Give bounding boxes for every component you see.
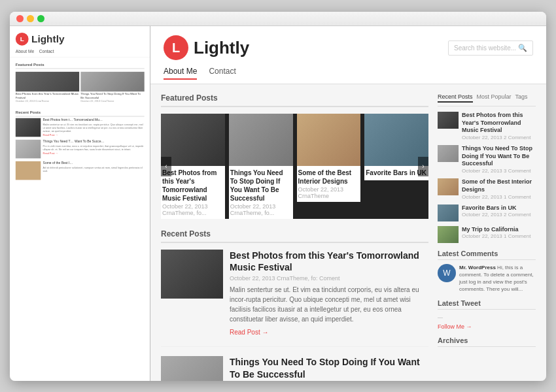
sidebar-post-item-5: My Trip to California October 22, 2013 1… xyxy=(438,226,536,243)
nav-contact[interactable]: Contact xyxy=(209,67,235,80)
preview-logo: L Lightly xyxy=(16,33,145,46)
preview-feat-img-1 xyxy=(16,72,79,91)
sidebar-tabs: Recent Posts Most Popular Tags xyxy=(438,93,536,106)
featured-section-title: Featured Posts xyxy=(161,93,428,107)
preview-inner: L Lightly About Me Contact Featured Post… xyxy=(10,26,150,186)
carousel-prev-button[interactable]: ‹ xyxy=(161,157,171,176)
sidebar-post-img-3 xyxy=(438,178,459,195)
recent-post-title-1[interactable]: Best Photos from this Year's Tomorrowlan… xyxy=(230,250,428,273)
sidebar-post-item-3: Some of the Best Interior Designs Octobe… xyxy=(438,178,536,199)
read-more-1[interactable]: Read Post → xyxy=(230,329,268,336)
sidebar-post-title-1[interactable]: Best Photos from this Year's Tomorrowlan… xyxy=(462,112,536,135)
window-controls xyxy=(16,15,44,22)
follow-me-link[interactable]: Follow Me → xyxy=(438,323,536,330)
preview-nav-about[interactable]: About Me xyxy=(16,49,34,54)
recent-post-content-1: Best Photos from this Year's Tomorrowlan… xyxy=(230,250,428,337)
preview-nav-contact[interactable]: Contact xyxy=(39,49,54,54)
preview-feat-item-1: Best Photos from this Year's Tomorrowlan… xyxy=(16,72,79,103)
close-button[interactable] xyxy=(16,15,24,22)
preview-read-more-1[interactable]: Read Post → xyxy=(43,134,145,137)
preview-recent-excerpt-2: Pro in vidit iriure evertitur, mea s. et… xyxy=(43,144,145,151)
preview-recent-item-1: Best Photos from t… Tomorrowland Mu… Mal… xyxy=(16,118,145,137)
sidebar-post-info-3: Some of the Best Interior Designs Octobe… xyxy=(462,178,536,199)
featured-item-meta-2: October 22, 2013 CrnaTheme, fo... xyxy=(230,203,292,216)
nav-about[interactable]: About Me xyxy=(164,67,197,80)
main-inner: L Lightly Search this website... 🔍 About… xyxy=(150,26,546,381)
preview-recent-item-2: Things You Need T… Want To Be Succe… Pro… xyxy=(16,140,145,159)
maximize-button[interactable] xyxy=(37,15,44,22)
recent-post-img-2 xyxy=(161,356,223,381)
preview-logo-text: Lightly xyxy=(31,33,64,45)
featured-item-info-3: Some of the Best Interior Designs Octobe… xyxy=(297,166,361,202)
content-area: Featured Posts ‹ Best Photos from this Y… xyxy=(150,84,546,381)
sidebar-post-info-4: Favorite Bars in UK October 22, 2013 2 C… xyxy=(462,204,536,221)
featured-item-info-2: Things You Need To Stop Doing If You Wan… xyxy=(229,166,293,219)
comment-avatar: W xyxy=(438,264,456,282)
sidebar-post-meta-5: October 22, 2013 1 Comment xyxy=(462,233,536,239)
preview-recent-title-1: Best Photos from t… Tomorrowland Mu… xyxy=(43,118,145,122)
preview-feat-meta-2: October 22, 2013 CrnaTheme xyxy=(80,100,144,103)
featured-item-title-3: Some of the Best Interior Designs xyxy=(298,169,360,186)
site-logo: L Lightly xyxy=(164,35,249,60)
sidebar-post-item-2: Things You Need To Stop Doing If You Wan… xyxy=(438,145,536,174)
site-header: L Lightly Search this website... 🔍 About… xyxy=(150,26,546,84)
search-icon[interactable]: 🔍 xyxy=(518,44,527,52)
sidebar-post-title-4[interactable]: Favorite Bars in UK xyxy=(462,204,536,212)
sidebar-post-title-5[interactable]: My Trip to California xyxy=(462,226,536,234)
featured-item-meta-1: October 22, 2013 CrnaTheme, fo... xyxy=(162,203,224,216)
comment-author: Mr. WordPress xyxy=(459,265,496,270)
recent-post-1: Best Photos from this Year's Tomorrowlan… xyxy=(161,250,428,347)
sidebar-post-meta-3: October 22, 2013 1 Comment xyxy=(462,194,536,200)
sidebar-post-item-4: Favorite Bars in UK October 22, 2013 2 C… xyxy=(438,204,536,221)
sidebar-tab-tags[interactable]: Tags xyxy=(515,93,528,103)
featured-img-3 xyxy=(297,114,361,166)
sidebar: Recent Posts Most Popular Tags Best Phot… xyxy=(438,93,536,381)
sidebar-tab-popular[interactable]: Most Popular xyxy=(477,93,512,103)
preview-recent-title-3: Some of the Best I… xyxy=(43,161,145,165)
preview-recent-excerpt-3: Ad sit delendi periculuner solutionet, n… xyxy=(43,166,145,172)
site-nav: About Me Contact xyxy=(164,67,533,84)
main-panel[interactable]: L Lightly Search this website... 🔍 About… xyxy=(150,26,546,381)
latest-comment: W Mr. WordPress Hi, this is a comment. T… xyxy=(438,264,536,293)
preview-nav: About Me Contact xyxy=(16,49,145,54)
site-header-top: L Lightly Search this website... 🔍 xyxy=(164,35,533,60)
latest-comments-title: Latest Comments xyxy=(438,250,536,260)
sidebar-post-info-1: Best Photos from this Year's Tomorrowlan… xyxy=(462,112,536,140)
preview-recent-excerpt-1: Malin sentertur se ut. Et vim ea tincidu… xyxy=(43,123,145,133)
recent-section-title: Recent Posts xyxy=(161,229,428,243)
preview-feat-text-2: Things You Need To Stop Doing If You Wan… xyxy=(80,91,144,100)
preview-feat-meta-1: October 22, 2013 CrnaTheme xyxy=(16,100,79,103)
recent-post-content-2: Things You Need To Stop Doing If You Wan… xyxy=(230,356,428,381)
preview-recent-title-2: Things You Need T… Want To Be Succe… xyxy=(43,140,145,144)
preview-recent-item-3: Some of the Best I… Ad sit delendi peric… xyxy=(16,161,145,180)
browser-window: L Lightly About Me Contact Featured Post… xyxy=(10,12,546,381)
carousel-next-button[interactable]: › xyxy=(418,157,428,176)
recent-post-title-2[interactable]: Things You Need To Stop Doing If You Wan… xyxy=(230,356,428,380)
recent-section: Recent Posts Best Photos from this Year'… xyxy=(161,229,428,381)
sidebar-post-img-2 xyxy=(438,145,459,162)
preview-feat-item-2: Things You Need To Stop Doing If You Wan… xyxy=(80,72,144,103)
featured-item-3: Some of the Best Interior Designs Octobe… xyxy=(297,114,361,219)
sidebar-post-title-3[interactable]: Some of the Best Interior Designs xyxy=(462,178,536,193)
browser-content: L Lightly About Me Contact Featured Post… xyxy=(10,26,546,381)
featured-item-meta-3: October 22, 2013 CrnaTheme xyxy=(298,186,360,199)
preview-read-more-2[interactable]: Read Post → xyxy=(43,152,145,155)
featured-item-title-1: Best Photos from this Year's Tomorrowlan… xyxy=(162,169,224,203)
sidebar-post-title-2[interactable]: Things You Need To Stop Doing If You Wan… xyxy=(462,145,536,168)
sidebar-post-info-5: My Trip to California October 22, 2013 1… xyxy=(462,226,536,243)
preview-recent-posts: Best Photos from t… Tomorrowland Mu… Mal… xyxy=(10,118,150,186)
archives-title: Archives xyxy=(438,336,536,347)
preview-feat-img-2 xyxy=(80,72,144,91)
recent-post-img-1 xyxy=(161,250,223,299)
recent-post-excerpt-1: Malin sentertur se ut. Et vim ea tincidu… xyxy=(230,285,428,324)
recent-post-2: Things You Need To Stop Doing If You Wan… xyxy=(161,356,428,381)
main-content: Featured Posts ‹ Best Photos from this Y… xyxy=(161,93,428,381)
featured-item-title-2: Things You Need To Stop Doing If You Wan… xyxy=(230,169,292,203)
sidebar-tab-recent[interactable]: Recent Posts xyxy=(438,93,473,103)
featured-img-2 xyxy=(229,114,293,166)
minimize-button[interactable] xyxy=(27,15,34,22)
search-box[interactable]: Search this website... 🔍 xyxy=(448,41,533,56)
preview-featured-posts: Best Photos from this Year's Tomorrowlan… xyxy=(10,71,150,105)
preview-featured-title: Featured Posts xyxy=(16,60,145,69)
search-placeholder: Search this website... xyxy=(454,44,516,52)
